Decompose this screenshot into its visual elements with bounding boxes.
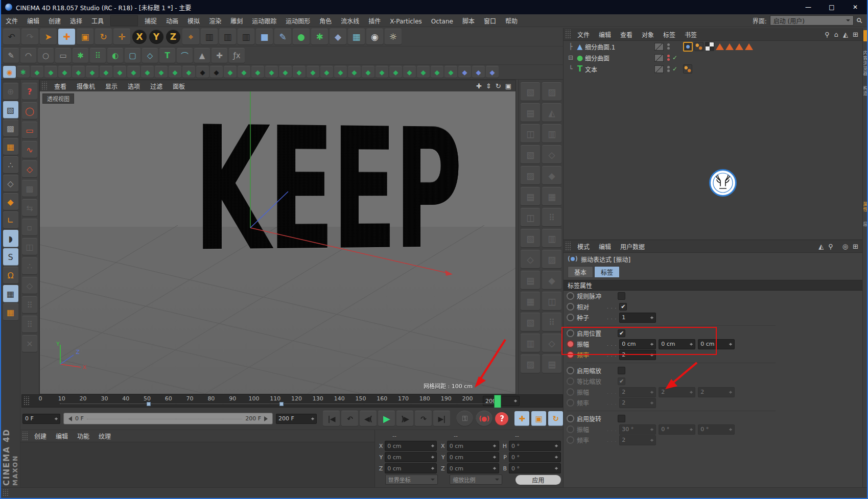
rectangle-spline-tool[interactable]: ▭ [55,48,71,63]
value-field[interactable]: 2 [619,350,656,360]
sweep-menu[interactable]: ⌒ [177,48,193,63]
checkbox[interactable] [618,329,625,337]
tree-branch-icon[interactable]: ├ [567,43,575,50]
palette-icon[interactable]: ▫ [22,219,37,236]
timeline-ruler[interactable]: 0102030405060708090100110120130140150160… [21,394,563,408]
menu-item[interactable]: 文件 [1,16,22,27]
stepper-icon[interactable] [311,416,314,422]
fracture-menu[interactable]: ◐ [107,48,123,63]
palette-icon[interactable]: ▨ [542,250,561,269]
object-name[interactable]: 细分曲面.1 [585,42,650,51]
deformer-icon[interactable]: ◆ [127,66,140,78]
value-field[interactable]: 2 [619,387,656,397]
stepper-icon[interactable] [513,398,517,404]
filter-icon[interactable]: ◭ [818,243,824,250]
workplane-lock-button[interactable]: ▦ [3,285,18,302]
om-menu-item[interactable]: 编辑 [594,31,616,40]
object-row[interactable]: └ T 文本 ✓ [564,63,862,75]
deformer-icon[interactable]: ◆ [486,66,499,78]
om-menu-item[interactable]: 文件 [573,31,594,40]
palette-icon[interactable]: ◫ [22,238,37,255]
vibrate-tag-icon[interactable] [683,42,693,52]
menu-item[interactable]: 选择 [65,16,87,27]
attribute-tab[interactable]: 基本 [568,266,593,278]
menu-item[interactable]: 渲染 [204,16,226,27]
value-field[interactable]: 2 [659,387,695,397]
primitive-cube-menu[interactable]: ■ [256,29,273,45]
stepper-icon[interactable] [689,389,693,395]
deformer-icon[interactable]: ◆ [44,66,57,78]
viewport-menu-item[interactable]: 面板 [168,82,190,91]
light-menu[interactable]: ☼ [385,29,402,45]
deformer-icon[interactable]: ◆ [155,66,168,78]
am-menu-item[interactable]: 模式 [573,243,594,252]
palette-icon[interactable]: ▩ [22,180,37,197]
menu-item[interactable]: 角色 [315,16,336,27]
stepper-icon[interactable] [650,437,653,443]
value-field[interactable]: 2 [619,398,656,408]
menu-item[interactable]: 工具 [87,16,108,27]
filter-icon[interactable]: ◭ [843,31,848,38]
drag-grip[interactable] [41,82,47,90]
stepper-icon[interactable] [729,341,732,347]
circle-spline-tool[interactable]: ○ [38,48,54,63]
checkbox[interactable] [618,377,625,385]
checkbox[interactable] [619,303,627,311]
matrix-menu[interactable]: ⠿ [90,48,106,63]
viewport-menu-item[interactable]: 查看 [49,82,72,91]
redo-button[interactable]: ↷ [21,29,38,45]
om-menu-item[interactable]: 对象 [637,31,659,40]
visibility-dots[interactable] [666,66,671,72]
deformer-icon[interactable]: ◆ [251,66,264,78]
palette-icon[interactable]: ▥ [542,229,561,248]
make-editable-button[interactable]: ⊕ [3,83,18,100]
value-field[interactable]: 30 ° [619,424,656,435]
help-tool[interactable]: ? [22,83,37,100]
viewport-interaction-button[interactable]: ◗ [3,230,18,247]
palette-icon[interactable]: ▧ [521,145,540,164]
drag-grip[interactable] [21,432,28,440]
keyframe-dot-icon[interactable] [567,340,574,348]
menu-item[interactable]: 插件 [364,16,385,27]
model-mode-button[interactable]: ▧ [3,101,18,118]
palette-icon[interactable]: ▨ [521,354,540,373]
keyframe-ring-icon[interactable]: ◎ [842,243,848,250]
visibility-dots[interactable] [666,43,671,50]
current-frame-field[interactable]: 0 F [22,414,60,424]
coord-field[interactable]: 0 cm [385,463,437,473]
palette-icon[interactable]: ▦ [521,292,540,311]
close-button[interactable]: ✕ [843,0,867,14]
menu-item[interactable]: 窗口 [479,16,501,27]
palette-icon[interactable]: ▤ [542,354,561,373]
object-row[interactable]: ├ ▲ 细分曲面.1 [564,41,862,52]
dock-tab-icon[interactable] [863,30,868,41]
palette-icon[interactable]: ▨ [521,166,540,185]
menu-item[interactable]: 雕刻 [226,16,247,27]
add-panel-icon[interactable]: ⊞ [853,31,858,38]
menu-item[interactable]: 动画 [161,16,183,27]
render-view-button[interactable]: ▥ [201,29,218,45]
palette-icon[interactable]: ▧ [521,313,540,331]
lock-x-button[interactable]: X [132,30,147,44]
tree-branch-icon[interactable]: └ [567,65,575,73]
om-menu-item[interactable]: 查看 [616,31,637,40]
live-selection-tool[interactable]: ➤ [40,29,57,45]
coord-field[interactable]: 0 cm [447,441,499,451]
freehand-spline-tool[interactable]: ✎ [3,48,19,63]
joint-tool[interactable]: ✚ [212,48,227,63]
deformer-icon[interactable]: ✱ [17,66,30,78]
keyframe-dot-icon[interactable] [567,292,574,300]
menu-item[interactable]: 帮助 [501,16,522,27]
workplane-rotate-button[interactable]: ▦ [3,303,18,321]
keyframe-dot-icon[interactable] [567,415,574,422]
render-visibility-toggle[interactable] [654,65,664,73]
pen-menu[interactable]: ✎ [274,29,291,45]
material-menu-item[interactable]: 纹理 [94,432,115,442]
environment-menu[interactable]: ▦ [348,29,365,45]
object-row[interactable]: ⊟ ● 细分曲面 ✓ [564,52,862,63]
range-right-icon[interactable] [264,416,270,421]
keyframe-dot-icon[interactable] [567,399,574,407]
coord-field[interactable]: 0 ° [509,463,561,473]
deformer-icon[interactable]: ◆ [224,66,237,78]
palette-icon[interactable]: ▧ [521,82,540,101]
